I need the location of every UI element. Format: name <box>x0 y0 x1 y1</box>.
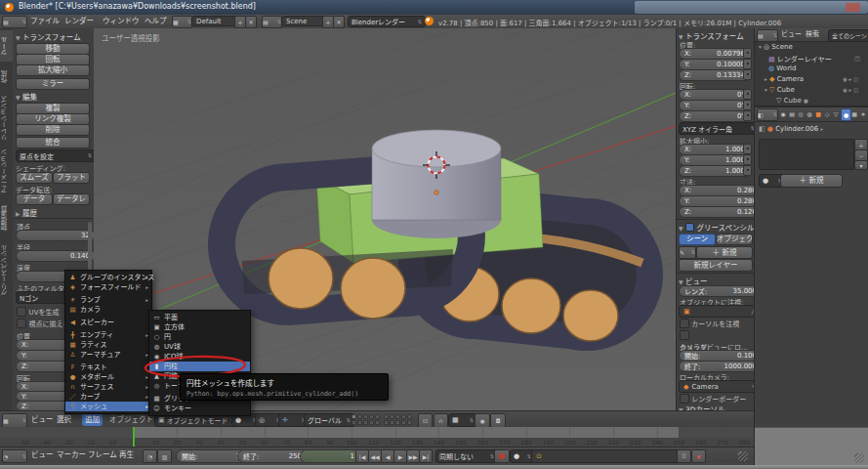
gp-new-button[interactable]: ＋ 新規 <box>696 246 753 259</box>
lock-icon[interactable] <box>743 154 752 165</box>
outliner-menu-search[interactable]: 検索 <box>806 28 819 41</box>
generate-uvs-checkbox[interactable]: UVを生成 <box>17 307 59 319</box>
clip-end-field[interactable]: 終了:1000.000 <box>679 361 763 372</box>
lock-icon[interactable] <box>743 48 752 59</box>
outliner-scene-filter-dropdown[interactable]: 全てのシーン <box>828 29 868 42</box>
menu-render[interactable]: レンダー <box>64 15 94 27</box>
tab-render-layers-icon[interactable]: ▤ <box>788 108 796 119</box>
view3d-menu-select[interactable]: 選択 <box>57 413 71 426</box>
snap-magnet-icon[interactable]: ∩ <box>434 413 448 428</box>
layers-group-1[interactable] <box>351 414 380 425</box>
rotation-z-field[interactable]: Z:0° <box>679 110 751 122</box>
tab-particles-icon[interactable]: ∗ <box>859 108 867 119</box>
jump-to-end-button[interactable]: ▶| <box>419 449 433 463</box>
set-origin-dropdown[interactable]: 原点を設定⇅ <box>16 149 96 162</box>
history-panel-header[interactable]: ▶ 履歴 <box>16 207 37 218</box>
timeline-menu-frame[interactable]: フレーム <box>88 448 117 461</box>
timeline-playhead[interactable] <box>133 427 135 447</box>
play-button[interactable]: ▶ <box>393 449 407 463</box>
mesh-item-monkey[interactable]: ☺モンキー <box>149 404 250 413</box>
pin-icon[interactable]: ◧ <box>759 125 765 133</box>
shade-smooth-button[interactable]: スムーズ <box>16 172 53 184</box>
radius-slider[interactable]: 0.140 <box>16 250 96 262</box>
gp-pencil-icon[interactable]: ✎⇅ <box>679 246 696 259</box>
jump-to-start-button[interactable]: |◀ <box>355 449 369 463</box>
vertices-slider[interactable]: 32 <box>16 230 96 241</box>
editor-type-timeline-icon[interactable]: ◔⇅ <box>2 449 27 463</box>
lock-icon[interactable] <box>743 100 752 110</box>
render-engine-select[interactable]: Blenderレンダー⇅ <box>348 16 426 27</box>
menu-help[interactable]: ヘルプ <box>145 15 167 27</box>
close-scene-button[interactable]: ✕ <box>333 16 345 28</box>
add-menu-item-surface[interactable]: ∩サーフェス▸ <box>65 382 151 392</box>
lock-icon[interactable] <box>743 59 752 69</box>
add-menu-item-speaker[interactable]: ◀スピーカー <box>65 318 151 327</box>
outliner-row-renderlayer[interactable]: ▤ レンダーレイヤー <box>768 54 832 64</box>
add-menu-item-lamp[interactable]: ☀ランプ▸ <box>65 295 151 305</box>
jump-to-prev-key-button[interactable]: ◀◀ <box>368 449 382 463</box>
tab-physics[interactable]: 物理演算 <box>0 198 13 237</box>
outliner-row-cube[interactable]: ▾ ▽ Cube <box>765 86 795 94</box>
menu-file[interactable]: ファイル <box>30 15 60 27</box>
timeline-menu-playback[interactable]: 再生 <box>119 448 134 461</box>
timeline-ruler[interactable]: -50-40-30-20-100102030405060708090100110… <box>14 438 756 447</box>
lens-field[interactable]: レンズ:35.000 <box>679 285 763 297</box>
material-slot-list[interactable] <box>759 139 854 170</box>
current-frame-field[interactable]: 1 <box>300 449 360 463</box>
scene-selector-icon[interactable]: ▤⇅ <box>262 16 282 28</box>
view3d-menu-view[interactable]: ビュー <box>31 413 54 426</box>
opengl-render-anim-icon[interactable]: ◘ <box>490 413 506 428</box>
gp-tab-scene[interactable]: シーン <box>679 234 716 245</box>
add-menu-item-lattice[interactable]: ▦ラティス <box>65 340 151 350</box>
add-menu-item-force-field[interactable]: ◈フォースフィールド▸ <box>65 282 151 292</box>
camera-visibility-icons[interactable]: ◉ ▸ ◫ <box>843 76 858 82</box>
tab-data-icon[interactable]: ▽ <box>832 108 840 119</box>
timeline-menu-view[interactable]: ビュー <box>31 448 54 461</box>
mesh-item-cube[interactable]: ▣立方体 <box>149 322 250 332</box>
shade-flat-button[interactable]: フラット <box>53 172 90 184</box>
add-menu-item-empty[interactable]: ╋エンプティ▸ <box>65 330 151 340</box>
add-menu-item-curve[interactable]: ／カーブ▸ <box>65 392 151 402</box>
tab-object-icon[interactable]: ■ <box>814 108 822 119</box>
layers-group-2[interactable] <box>384 414 412 425</box>
lock-icon[interactable] <box>743 165 752 176</box>
tab-render-icon[interactable]: ◉ <box>779 108 787 119</box>
local-camera-field[interactable]: ◆Camera✕ <box>679 380 761 393</box>
tab-relations[interactable]: リレーションズ <box>0 93 13 144</box>
delete-keyframe-button[interactable]: ✖ <box>691 449 706 463</box>
opengl-render-icon[interactable]: ◉ <box>475 413 490 428</box>
gp-new-layer-button[interactable]: 新規レイヤー <box>679 259 753 272</box>
snap-element-dropdown[interactable]: ▦⇅ <box>448 413 477 427</box>
jump-to-next-key-button[interactable]: ▶▶ <box>406 449 420 463</box>
active-keying-set-field[interactable]: ⊙ <box>531 449 683 463</box>
transform-panel-header[interactable]: ▼ トランスフォーム <box>16 31 81 42</box>
transfer-data-button[interactable]: データ <box>16 193 53 205</box>
mesh-item-plane[interactable]: ▭平面 <box>149 313 250 322</box>
breadcrumb[interactable]: ◧ ● Cylinder.006 ▸ <box>759 125 823 133</box>
delete-button[interactable]: 削除 <box>16 124 90 136</box>
tab-texture-icon[interactable]: ▦ <box>850 108 858 119</box>
editor-type-properties-icon[interactable]: ◧⇅ <box>757 108 778 121</box>
join-button[interactable]: 統合 <box>16 137 90 149</box>
outliner-row-cube-data[interactable]: ▽ Cube ● <box>776 97 808 105</box>
frame-end-field[interactable]: 終了:250 <box>237 449 308 463</box>
mirror-button[interactable]: ミラー <box>16 78 90 90</box>
auto-keyframe-record-button[interactable] <box>494 449 510 463</box>
timeline-resize-grip[interactable] <box>738 451 748 461</box>
lock-to-scene-icon[interactable]: ⊡ <box>418 413 433 428</box>
editor-type-outliner-icon[interactable]: ▤⇅ <box>757 29 778 42</box>
outliner-row-camera[interactable]: ▸ ◆ Camera <box>765 75 804 83</box>
add-menu-item-camera[interactable]: ▤カメラ <box>65 305 151 315</box>
frame-start-field[interactable]: 開始:1 <box>176 449 246 463</box>
expander-icon[interactable]: ▾ <box>759 44 762 50</box>
transfer-data-layout-button[interactable]: データレ <box>53 193 90 205</box>
align-to-view-checkbox[interactable]: 視点に揃える <box>17 319 69 330</box>
sync-dropdown[interactable]: 同期しない⇅ <box>435 449 498 463</box>
lock-icon[interactable] <box>743 144 752 154</box>
close-layout-button[interactable]: ✕ <box>245 16 257 28</box>
screen-layout-icon[interactable]: ▦⇅ <box>172 16 192 28</box>
lock-object-field[interactable]: ▣╱ <box>679 305 761 318</box>
new-material-button[interactable]: ＋ 新規 <box>780 174 843 188</box>
expander-icon[interactable]: ▾ <box>765 87 767 93</box>
outliner-menu-view[interactable]: ビュー <box>781 28 802 41</box>
